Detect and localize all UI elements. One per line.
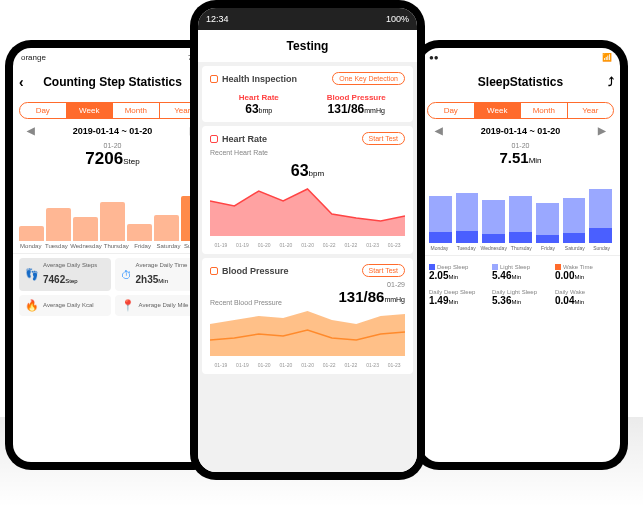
- tab-month[interactable]: Month: [113, 103, 160, 118]
- status-bar: 12:34 100%: [198, 8, 417, 30]
- status-bar: ●● 📶: [421, 48, 620, 66]
- one-key-detection-button[interactable]: One Key Detection: [332, 72, 405, 85]
- legend-deep-sleep: Deep Sleep 2.05Min: [427, 262, 488, 283]
- page-header: ‹ Counting Step Statistics: [13, 66, 212, 98]
- back-icon[interactable]: ‹: [19, 74, 24, 90]
- carrier-label: orange: [21, 53, 46, 62]
- tab-month[interactable]: Month: [521, 103, 568, 118]
- tab-day[interactable]: Day: [428, 103, 475, 118]
- panel-title: Blood Pressure: [222, 266, 289, 276]
- legend-light-sleep: Light Sleep 5.46Min: [490, 262, 551, 283]
- heart-rate-chart[interactable]: [210, 186, 405, 236]
- main-stat: 01-20 7.51Min: [421, 142, 620, 167]
- panel-title: Health Inspection: [222, 74, 297, 84]
- date-range-row: ◀ 2019-01-14 ~ 01-20 ▶: [13, 125, 212, 136]
- stat-value: 7206: [85, 149, 123, 168]
- panel-sub: Recent Blood Pressure: [210, 299, 282, 306]
- flame-icon: 🔥: [25, 299, 39, 312]
- legend-daily-deep: Daily Deep Sleep 1.49Min: [427, 287, 488, 308]
- tab-day[interactable]: Day: [20, 103, 67, 118]
- panel-list: Health Inspection One Key Detection Hear…: [198, 62, 417, 472]
- screen: ●● 📶 SleepStatistics ⤴ Day Week Month Ye…: [421, 48, 620, 462]
- clock-icon: ⏱: [121, 269, 132, 281]
- tab-week[interactable]: Week: [67, 103, 114, 118]
- droplet-icon: [210, 267, 218, 275]
- stat-unit: Step: [123, 157, 139, 166]
- distance-icon: 📍: [121, 299, 135, 312]
- chart-x-labels: MondayTuesdayWednesdayThursdayFridaySatu…: [421, 243, 620, 255]
- chart-x-ticks: 01-1901-1901-2001-2001-2001-2201-2201-23…: [210, 242, 405, 248]
- date-range: 2019-01-14 ~ 01-20: [481, 126, 560, 136]
- sleep-legend: Deep Sleep 2.05Min Light Sleep 5.46Min W…: [421, 255, 620, 314]
- status-icons: 📶: [602, 53, 612, 62]
- legend-daily-wake: Daily Wake 0.04Min: [553, 287, 614, 308]
- hr-label: Heart Rate: [210, 93, 308, 102]
- card-label: Average Daily Steps: [43, 262, 97, 269]
- card-avg-steps[interactable]: 👣 Average Daily Steps 7462Step: [19, 258, 111, 291]
- stat-date: 01-20: [13, 142, 212, 149]
- card-label: Average Daily Time: [136, 262, 188, 269]
- stat-date: 01-20: [421, 142, 620, 149]
- screen: orange 74% ‹ Counting Step Statistics Da…: [13, 48, 212, 462]
- status-time: 12:34: [206, 14, 229, 24]
- status-bar: orange 74%: [13, 48, 212, 66]
- bp-label: Blood Pressure: [308, 93, 406, 102]
- tab-week[interactable]: Week: [475, 103, 522, 118]
- start-test-button[interactable]: Start Test: [362, 264, 405, 277]
- panel-sub: Recent Heart Rate: [210, 149, 405, 156]
- panel-heart-rate: Heart Rate Start Test Recent Heart Rate …: [202, 126, 413, 254]
- page-title: Testing: [287, 39, 329, 53]
- date-range-row: ◀ 2019-01-14 ~ 01-20 ▶: [421, 125, 620, 136]
- plus-icon: [210, 75, 218, 83]
- legend-daily-light: Daily Light Sleep 5.36Min: [490, 287, 551, 308]
- share-icon[interactable]: ⤴: [608, 75, 614, 89]
- page-title: SleepStatistics: [478, 75, 563, 89]
- sleep-bar-chart[interactable]: [421, 173, 620, 243]
- phone-step-counter: orange 74% ‹ Counting Step Statistics Da…: [5, 40, 220, 470]
- blood-pressure-chart[interactable]: [210, 306, 405, 356]
- card-avg-kcal[interactable]: 🔥 Average Daily Kcal: [19, 295, 111, 316]
- tab-year[interactable]: Year: [568, 103, 614, 118]
- prev-arrow-icon[interactable]: ◀: [435, 125, 443, 136]
- panel-title: Heart Rate: [222, 134, 267, 144]
- status-battery: 100%: [386, 14, 409, 24]
- prev-arrow-icon[interactable]: ◀: [27, 125, 35, 136]
- heart-icon: [210, 135, 218, 143]
- summary-cards: 👣 Average Daily Steps 7462Step ⏱ Average…: [13, 253, 212, 320]
- footsteps-icon: 👣: [25, 268, 39, 281]
- step-bar-chart[interactable]: [13, 175, 212, 241]
- start-test-button[interactable]: Start Test: [362, 132, 405, 145]
- next-arrow-icon[interactable]: ▶: [598, 125, 606, 136]
- main-stat: 01-20 7206Step: [13, 142, 212, 169]
- chart-x-ticks: 01-1901-1901-2001-2001-2001-2201-2201-23…: [210, 362, 405, 368]
- page-header: Testing: [198, 30, 417, 62]
- page-title: Counting Step Statistics: [43, 75, 182, 89]
- screen: 12:34 100% Testing Health Inspection One…: [198, 8, 417, 472]
- chart-x-labels: Monday Tuesday Wednesday Thursday Friday…: [13, 241, 212, 253]
- period-tabs: Day Week Month Year: [427, 102, 614, 119]
- legend-wake-time: Wake Time 0.00Min: [553, 262, 614, 283]
- phone-sleep-stats: ●● 📶 SleepStatistics ⤴ Day Week Month Ye…: [413, 40, 628, 470]
- date-range: 2019-01-14 ~ 01-20: [73, 126, 152, 136]
- phone-testing: 12:34 100% Testing Health Inspection One…: [190, 0, 425, 480]
- panel-health-inspection: Health Inspection One Key Detection Hear…: [202, 66, 413, 122]
- panel-blood-pressure: Blood Pressure Start Test Recent Blood P…: [202, 258, 413, 374]
- page-header: SleepStatistics ⤴: [421, 66, 620, 98]
- period-tabs: Day Week Month Year: [19, 102, 206, 119]
